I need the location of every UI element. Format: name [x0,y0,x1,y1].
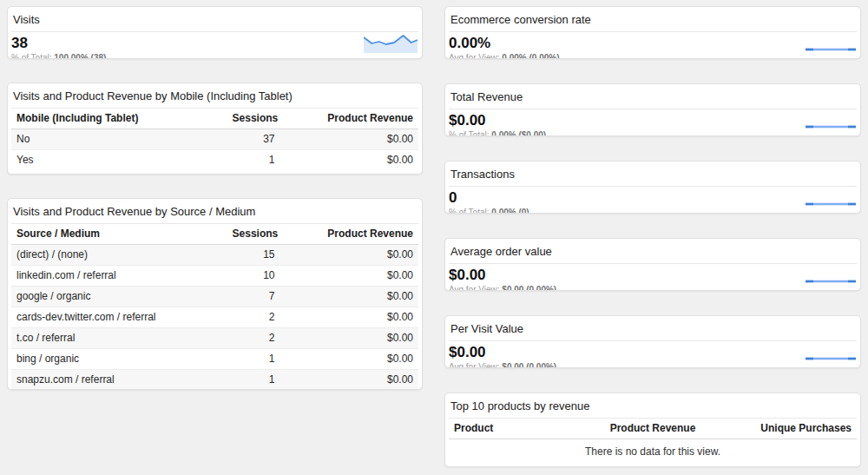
table-row: Yes 1 $0.00 [11,150,418,171]
flat-sparkline-chart [806,357,856,360]
table-row: No 37 $0.00 [11,129,418,150]
subtitle-value: 100.00% (38) [54,53,106,59]
subtitle-label: % of Total: [449,208,490,214]
column-header-product-revenue: Product Revenue [280,224,418,245]
flat-sparkline-chart [806,125,856,129]
metric-subtitle: % of Total: 100.00% (38) [11,53,418,59]
subtitle-label: % of Total: [11,53,52,59]
card-title: Visits and Product Revenue by Source / M… [11,199,418,224]
table-row: cards-dev.twitter.com / referral 2 $0.00 [11,307,418,328]
card-title: Visits and Product Revenue by Mobile (In… [11,83,418,109]
visits-sparkline-chart [364,32,418,53]
empty-state-message: There is no data for this view. [449,439,857,467]
table-row: snapzu.com / referral 1 $0.00 [11,370,418,391]
right-column: Ecommerce conversion rate 0.00% Avg for … [444,6,861,467]
visits-widget[interactable]: Visits 38 % of Total: 100.00% (38) [7,6,423,59]
subtitle-label: Avg for View: [449,362,500,368]
top-products-table: Product Product Revenue Unique Purchases… [449,419,857,466]
average-order-value-widget[interactable]: Average order value $0.00 Avg for View: … [444,238,861,291]
flat-sparkline-chart [806,48,856,51]
table-row: t.co / referral 2 $0.00 [11,328,418,349]
column-header-mobile: Mobile (Including Tablet) [11,109,227,129]
card-title: Visits [11,7,418,32]
top-products-widget[interactable]: Top 10 products by revenue Product Produ… [444,393,861,467]
column-header-product-revenue: Product Revenue [585,419,721,439]
subtitle-value: 0.00% (0.00%) [502,53,559,59]
table-header-row: Mobile (Including Tablet) Sessions Produ… [11,109,418,129]
flat-sparkline-chart [806,280,856,283]
source-medium-revenue-widget[interactable]: Visits and Product Revenue by Source / M… [7,198,423,390]
mobile-revenue-widget[interactable]: Visits and Product Revenue by Mobile (In… [7,82,423,175]
metric-value: $0.00 [449,267,857,283]
table-header-row: Product Product Revenue Unique Purchases [449,419,857,439]
column-header-sessions: Sessions [227,224,280,245]
column-header-source-medium: Source / Medium [11,224,227,245]
column-header-product: Product [449,419,585,439]
ecommerce-conversion-rate-widget[interactable]: Ecommerce conversion rate 0.00% Avg for … [444,6,861,59]
mobile-table: Mobile (Including Tablet) Sessions Produ… [11,109,418,170]
metric-value: 38 [11,36,418,51]
total-revenue-widget[interactable]: Total Revenue $0.00 % of Total: 0.00% ($… [444,83,861,136]
metric-value: 0 [449,190,857,206]
subtitle-label: Avg for View: [449,285,500,291]
metric-value: 0.00% [449,36,857,51]
metric-subtitle: Avg for View: $0.00 (0.00%) [449,285,857,291]
card-title: Average order value [449,239,857,264]
metric-value: $0.00 [449,113,857,129]
column-header-sessions: Sessions [227,109,280,129]
flat-sparkline-chart [806,202,856,206]
table-row: bing / organic 1 $0.00 [11,349,418,370]
subtitle-value: $0.00 (0.00%) [502,285,556,291]
subtitle-label: % of Total: [449,130,490,136]
metric-subtitle: Avg for View: $0.00 (0.00%) [449,362,857,368]
left-column: Visits 38 % of Total: 100.00% (38) Visit… [7,6,423,390]
metric-subtitle: % of Total: 0.00% (0) [449,208,857,214]
card-title: Ecommerce conversion rate [449,7,857,32]
card-title: Top 10 products by revenue [449,393,857,419]
table-header-row: Source / Medium Sessions Product Revenue [11,224,418,245]
subtitle-label: Avg for View: [449,53,500,59]
column-header-product-revenue: Product Revenue [280,109,418,129]
source-medium-table: Source / Medium Sessions Product Revenue… [11,224,418,390]
table-row: google / organic 7 $0.00 [11,287,418,307]
transactions-widget[interactable]: Transactions 0 % of Total: 0.00% (0) [444,161,861,214]
card-title: Per Visit Value [449,316,857,341]
metric-subtitle: % of Total: 0.00% ($0.00) [449,130,857,136]
per-visit-value-widget[interactable]: Per Visit Value $0.00 Avg for View: $0.0… [444,315,861,368]
empty-state-row: There is no data for this view. [449,439,857,467]
card-title: Total Revenue [449,84,857,109]
table-row: (direct) / (none) 15 $0.00 [11,245,418,266]
metric-value: $0.00 [449,345,857,360]
metric-subtitle: Avg for View: 0.00% (0.00%) [449,53,857,59]
subtitle-value: 0.00% ($0.00) [491,130,546,136]
subtitle-value: 0.00% (0) [491,208,529,214]
card-title: Transactions [449,162,857,187]
column-header-unique-purchases: Unique Purchases [720,419,857,439]
subtitle-value: $0.00 (0.00%) [502,362,556,368]
table-row: linkedin.com / referral 10 $0.00 [11,266,418,287]
